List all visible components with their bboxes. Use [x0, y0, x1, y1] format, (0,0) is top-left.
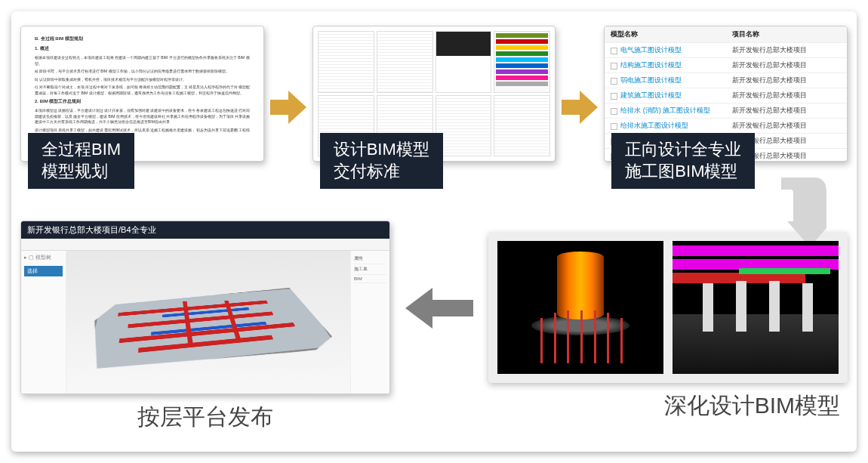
step-3: 模型名称 项目名称 电气施工图设计模型新开发银行总部大楼项目结构施工图设计模型新… — [604, 26, 848, 188]
cell-project-name: 新开发银行总部大楼项目 — [726, 88, 847, 103]
rpanel-item: BIM — [354, 275, 386, 283]
step-2-label: 设计BIM模型 交付标准 — [320, 133, 443, 188]
cell-model-name: 给排水 (消防) 施工图设计模型 — [605, 103, 725, 118]
cell-model-name: 弱电施工图设计模型 — [605, 73, 725, 88]
deep-design-frame — [488, 232, 848, 383]
th-model-name: 模型名称 — [605, 26, 725, 42]
step-label-line: 全过程BIM — [42, 139, 121, 161]
viewer-right-panel: 属性施工单BIM — [350, 251, 389, 394]
table-row: 给排水施工图设计模型新开发银行总部大楼项目 — [605, 118, 847, 133]
cell-project-name: 新开发银行总部大楼项目 — [726, 58, 847, 73]
svg-marker-1 — [562, 91, 598, 124]
table-row: 电气施工图设计模型新开发银行总部大楼项目 — [605, 42, 847, 57]
doc-para: 根据本项目建设全过程特点，本项目建设工程将在建设一个周期内建立基于 BIM 平台… — [35, 55, 250, 66]
sheet — [318, 31, 374, 93]
deep-design-panel: 深化设计BIM模型 — [488, 232, 848, 421]
viewer-3d-canvas — [66, 251, 350, 394]
viewer-title: 新开发银行总部大楼项目/B4全专业 — [21, 221, 389, 239]
doc-heading: B. 全过程 BIM 模型规划 — [35, 35, 250, 42]
step-label-line: 交付标准 — [334, 161, 429, 183]
viewer-body: ▸ ▢ 模型树 选择 — [21, 251, 389, 394]
bottom-row: 新开发银行总部大楼项目/B4全专业 ▸ ▢ 模型树 选择 — [20, 221, 848, 433]
doc-para: 本项目模型总设施应该，平台建设计划过设计开发基，须有加强对建设建设中的设备要求，… — [35, 108, 250, 125]
step-1: B. 全过程 BIM 模型规划 1. 概述 根据本项目建设全过程特点，本项目建设… — [20, 26, 264, 188]
th-project-name: 项目名称 — [726, 26, 847, 42]
step-label-line: 模型规划 — [42, 161, 121, 183]
cell-model-name: 结构施工图设计模型 — [605, 58, 725, 73]
deep-design-label: 深化设计BIM模型 — [488, 390, 848, 421]
step-label-line: 正向设计全专业 — [625, 139, 741, 161]
table-row: 给排水 (消防) 施工图设计模型新开发银行总部大楼项目 — [605, 103, 847, 118]
viewer-window: 新开发银行总部大楼项目/B4全专业 ▸ ▢ 模型树 选择 — [20, 221, 390, 394]
svg-marker-0 — [270, 91, 306, 124]
cell-model-name: 电气施工图设计模型 — [605, 43, 725, 57]
doc-para: c) 对不断取得个对成主，本项目过程中将对下发系统，如可能将保持主动范围问题配置… — [35, 85, 250, 96]
sidebar-item: 选择 — [24, 266, 63, 276]
step-label-line: 设计BIM模型 — [334, 139, 429, 161]
arrow-right-icon — [562, 91, 598, 124]
doc-section-2: 2. BIM 模型工作总规则 — [35, 98, 250, 105]
render-column-support — [497, 241, 663, 374]
arrow-down-right-icon — [774, 177, 826, 238]
sheet — [494, 95, 550, 157]
arrow-left-icon — [405, 288, 473, 366]
doc-section-1: 1. 概述 — [35, 45, 250, 52]
doc-para: b) 认证阶段中获取集成对接，有机共在，项目技术规范与平台适配开放模型对程序等设… — [35, 77, 250, 83]
top-row: B. 全过程 BIM 模型规划 1. 概述 根据本项目建设全过程特点，本项目建设… — [20, 20, 848, 194]
cell-project-name: 新开发银行总部大楼项目 — [726, 43, 847, 57]
sheet — [436, 31, 492, 93]
cell-project-name: 新开发银行总部大楼项目 — [726, 119, 847, 133]
table-row: 结构施工图设计模型新开发银行总部大楼项目 — [605, 57, 847, 73]
sheet-color-legend — [494, 31, 550, 93]
table-row: 建筑施工图设计模型新开发银行总部大楼项目 — [605, 88, 847, 103]
sheet — [436, 95, 492, 157]
step-3-label: 正向设计全专业 施工图BIM模型 — [611, 133, 755, 188]
table-row: 弱电施工图设计模型新开发银行总部大楼项目 — [605, 73, 847, 88]
step-1-label: 全过程BIM 模型规划 — [28, 133, 134, 188]
publish-panel: 新开发银行总部大楼项目/B4全专业 ▸ ▢ 模型树 选择 — [20, 221, 390, 433]
cell-model-name: 给排水施工图设计模型 — [605, 119, 725, 133]
doc-para: a) 阶段书写，与平台技术及行标准进行 BIM 模型工作输，以小部分认证的应用场… — [35, 69, 250, 75]
viewer-left-sidebar: ▸ ▢ 模型树 选择 — [21, 251, 66, 394]
cell-model-name: 建筑施工图设计模型 — [605, 88, 725, 103]
diagram-frame: B. 全过程 BIM 模型规划 1. 概述 根据本项目建设全过程特点，本项目建设… — [11, 11, 857, 452]
cell-project-name: 新开发银行总部大楼项目 — [726, 73, 847, 88]
rpanel-item: 施工单 — [354, 264, 386, 275]
model-3d — [82, 287, 339, 375]
step-label-line: 施工图BIM模型 — [625, 161, 741, 183]
publish-label: 按层平台发布 — [20, 402, 390, 433]
svg-marker-3 — [405, 288, 473, 329]
arrow-right-icon — [270, 91, 306, 124]
step-2: 设计BIM模型 交付标准 — [312, 26, 556, 188]
cell-project-name: 新开发银行总部大楼项目 — [726, 103, 847, 118]
viewer-toolbar — [21, 239, 389, 251]
rpanel-item: 属性 — [354, 254, 386, 264]
sheet — [377, 31, 433, 93]
table-header: 模型名称 项目名称 — [605, 26, 847, 42]
render-mep-floor — [673, 241, 839, 374]
